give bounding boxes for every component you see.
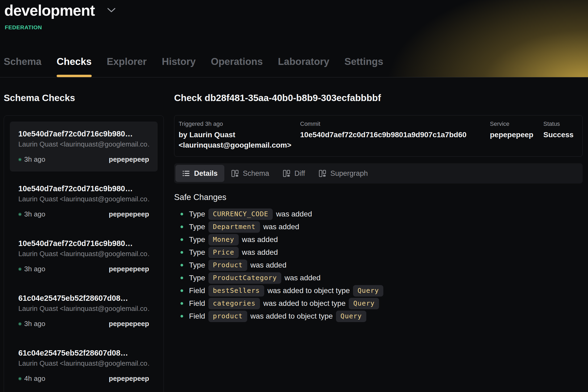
meta-status: Status Success [543,120,578,150]
triggered-label: Triggered 3h ago [179,120,300,127]
check-service: pepepepeep [109,374,149,383]
code-badge: Query [353,285,383,297]
bullet-icon [180,302,183,305]
change-item: TypeDepartmentwas added [174,221,583,233]
nav-tab-checks[interactable]: Checks [57,56,92,77]
code-badge: Query [336,311,366,322]
chevron-down-icon[interactable] [107,8,116,13]
check-status-row: 3h agopepepepeep [18,210,149,218]
change-item: TypePricewas added [174,246,583,258]
check-status-row: 3h agopepepepeep [18,155,149,164]
main-nav: SchemaChecksExplorerHistoryOperationsLab… [4,56,383,77]
change-item: Fieldproductwas added to object typeQuer… [174,310,583,322]
commit-hash: 10e540d7aef72c0d716c9b9801a9d907c1a7bd60 [300,130,490,140]
change-text: was added [242,248,278,257]
bullet-icon [180,251,183,254]
project-selector[interactable]: development [4,2,116,19]
check-author: Laurin Quast <laurinquast@googlemail.co… [18,305,149,313]
page-header: development FEDERATION SchemaChecksExplo… [0,0,588,77]
check-time: 3h ago [24,265,45,273]
change-text: was added [284,274,320,282]
check-status-row: 4h agopepepepeep [18,374,149,383]
tab-diff[interactable]: Diff [276,165,312,182]
status-dot-icon [18,377,22,380]
nav-tab-operations[interactable]: Operations [211,56,263,77]
change-text: Field [189,312,205,320]
change-item: FieldbestSellerswas added to object type… [174,285,583,297]
nav-tab-settings[interactable]: Settings [345,56,383,77]
code-badge: Price [208,247,239,258]
service-name: pepepepeep [490,130,543,140]
change-text: was added to object type [267,286,350,295]
schema-checks-title: Schema Checks [4,93,164,103]
change-item: Fieldcategorieswas added to object typeQ… [174,297,583,310]
bullet-icon [180,289,183,292]
check-author: Laurin Quast <laurinquast@googlemail.co… [18,250,149,258]
change-text: was added [250,261,286,269]
change-item: TypeMoneywas added [174,233,583,246]
check-list-item[interactable]: 61c04e25475eb52f28607d08…Laurin Quast <l… [10,286,158,336]
tab-details[interactable]: Details [175,165,224,182]
change-text: Type [189,235,205,244]
triggered-author: by Laurin Quast [179,130,300,140]
change-text: was added [242,235,278,244]
check-list-item[interactable]: 61c04e25475eb52f28607d08…Laurin Quast <l… [10,341,158,391]
bullet-icon [180,264,183,266]
commit-label: Commit [300,120,490,127]
triggered-by: by Laurin Quast <laurinquast@googlemail.… [179,130,300,150]
check-time: 3h ago [24,320,45,328]
check-id: 61c04e25475eb52f28607d08… [18,349,149,357]
status-dot-icon [18,268,22,271]
schema-checks-panel: Schema Checks 10e540d7aef72c0d716c9b980…… [4,77,164,392]
check-list-item[interactable]: 10e540d7aef72c0d716c9b980…Laurin Quast <… [10,122,158,172]
status-dot-icon [18,322,22,326]
federation-badge: FEDERATION [5,24,42,31]
nav-tab-laboratory[interactable]: Laboratory [278,56,329,77]
check-time: 3h ago [24,210,45,218]
check-author: Laurin Quast <laurinquast@googlemail.co… [18,359,149,368]
nav-tab-explorer[interactable]: Explorer [107,56,147,77]
check-detail-title: Check db28f481-35aa-40b0-b8b9-303ecfabbb… [174,93,583,103]
bullet-icon [180,277,183,279]
check-service: pepepepeep [109,210,149,218]
check-id: 10e540d7aef72c0d716c9b980… [18,239,149,248]
detail-tab-strip: DetailsSchemaDiffSupergraph [174,163,583,184]
service-label: Service [490,120,543,127]
columns-icon [231,169,239,177]
tab-schema[interactable]: Schema [224,165,276,182]
code-badge: Department [208,221,260,233]
change-text: was added [263,223,299,231]
code-badge: Product [208,260,247,271]
check-service: pepepepeep [109,320,149,328]
check-id: 61c04e25475eb52f28607d08… [18,294,149,303]
change-text: Type [189,261,205,269]
check-id: 10e540d7aef72c0d716c9b980… [18,130,149,138]
change-text: Field [189,299,205,308]
check-service: pepepepeep [109,265,149,273]
project-name: development [4,2,95,19]
meta-service: Service pepepepeep [490,120,543,150]
main-content: Schema Checks 10e540d7aef72c0d716c9b980…… [0,77,588,392]
check-service: pepepepeep [109,155,149,164]
change-item: TypeProductwas added [174,259,583,271]
check-list-item[interactable]: 10e540d7aef72c0d716c9b980…Laurin Quast <… [10,176,158,226]
nav-tab-schema[interactable]: Schema [4,56,41,77]
check-list-item[interactable]: 10e540d7aef72c0d716c9b980…Laurin Quast <… [10,231,158,281]
check-time: 3h ago [24,155,45,164]
code-badge: Money [208,234,239,245]
change-text: was added to object type [250,312,333,320]
bullet-icon [180,226,183,228]
code-badge: categories [208,298,260,309]
change-text: was added to object type [263,299,346,308]
code-badge: product [208,311,247,322]
columns-icon [318,169,326,177]
check-status-row: 3h agopepepepeep [18,320,149,328]
tab-supergraph[interactable]: Supergraph [312,165,375,182]
nav-tab-history[interactable]: History [162,56,196,77]
tab-label: Diff [295,169,305,178]
safe-changes-list: TypeCURRENCY_CODEwas addedTypeDepartment… [174,208,583,322]
check-author: Laurin Quast <laurinquast@googlemail.co… [18,140,149,148]
change-text: was added [276,210,312,218]
status-dot-icon [18,213,22,216]
check-time: 4h ago [24,374,45,383]
